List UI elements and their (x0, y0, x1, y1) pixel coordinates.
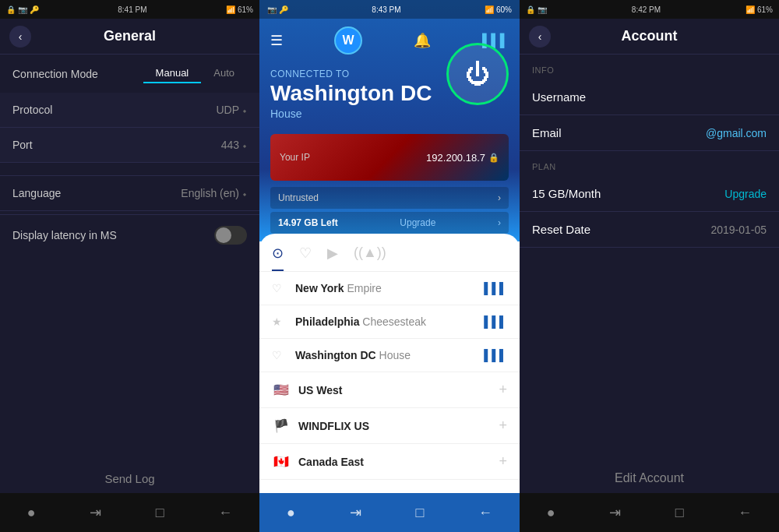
upgrade-label[interactable]: Upgrade (724, 188, 767, 200)
account-title: Account (622, 28, 678, 44)
plan-label: 15 GB/Month (532, 187, 601, 200)
untrusted-bar[interactable]: Untrusted › (270, 187, 509, 209)
port-label: Port (12, 139, 33, 151)
plus-icon-usw: + (499, 382, 507, 398)
untrusted-text: Untrusted (278, 192, 319, 203)
language-row[interactable]: Language English (en) ⬥ (0, 175, 259, 211)
plus-icon-ca: + (499, 453, 507, 470)
back-button-1[interactable]: ‹ (9, 26, 31, 48)
port-row[interactable]: Port 443 ⬥ (0, 128, 259, 163)
city-washington: Washington DC House (295, 349, 411, 361)
protocol-value: UDP ⬥ (216, 104, 247, 116)
vpn-nav-tab[interactable]: ⇥ (350, 504, 361, 521)
server-name-col: New York Empire (295, 281, 484, 295)
tab-favorites[interactable]: ♡ (299, 245, 312, 271)
username-row: Username (520, 79, 779, 115)
gb-bar[interactable]: 14.97 GB Left Upgrade › (270, 212, 509, 234)
vpn-nav-square[interactable]: □ (415, 505, 424, 521)
latency-label: Display latency in MS (12, 229, 117, 241)
vpn-nav-back[interactable]: ← (478, 505, 492, 521)
reset-date-label: Reset Date (532, 223, 590, 236)
reset-date-value: 2019-01-05 (710, 224, 767, 236)
nav-back-tab-1[interactable]: ⇥ (90, 504, 101, 521)
email-row: Email @gmail.com (520, 115, 779, 151)
server-us-west[interactable]: 🇺🇸 US West + (259, 372, 520, 408)
chevron-icon: ⬥ (242, 106, 247, 115)
vpn-status-left: 📷 🔑 (267, 5, 288, 14)
username-label: Username (532, 90, 586, 104)
protocol-label: Protocol (12, 104, 52, 116)
panel-general: 🔒 📷 🔑 8:41 PM 📶 61% ‹ General Connection… (0, 0, 259, 532)
status-right-1: 📶 61% (226, 5, 253, 14)
nav-back-tab-3[interactable]: ⇥ (609, 504, 621, 521)
latency-row: Display latency in MS (0, 214, 259, 255)
vpn-status-time: 8:43 PM (372, 5, 400, 14)
server-list: ⊙ ♡ ▶ ((▲)) ♡ New York Empire ▌▌▌ ★ Phil… (259, 234, 520, 493)
tab-streaming[interactable]: ((▲)) (354, 245, 386, 271)
server-canada[interactable]: 🇨🇦 Canada East + (259, 444, 520, 480)
server-name-col-wf: WINDFLIX US (298, 419, 499, 433)
server-washington[interactable]: ♡ Washington DC House ▌▌▌ (259, 339, 520, 372)
server-windflix[interactable]: 🏴 WINDFLIX US + (259, 408, 520, 444)
status-bar-1: 🔒 📷 🔑 8:41 PM 📶 61% (0, 0, 259, 19)
send-log-button[interactable]: Send Log (104, 472, 154, 485)
plan-section-label: PLAN (520, 151, 779, 176)
nav-home-3[interactable]: ● (547, 505, 555, 521)
plus-icon-wf: + (499, 417, 507, 434)
protocol-row[interactable]: Protocol UDP ⬥ (0, 93, 259, 128)
chevron-icon-3: ⬥ (242, 189, 247, 198)
vpn-nav-home[interactable]: ● (287, 505, 295, 521)
mode-manual[interactable]: Manual (143, 64, 202, 83)
untrusted-arrow-icon: › (498, 192, 501, 203)
connection-mode-label: Connection Mode (12, 68, 98, 80)
bell-icon[interactable]: 🔔 (414, 32, 431, 49)
server-philadelphia[interactable]: ★ Philadelphia Cheesesteak ▌▌▌ (259, 305, 520, 339)
vpn-logo: W (334, 26, 362, 55)
edit-account-button[interactable]: Edit Account (615, 471, 684, 485)
port-value: 443 ⬥ (221, 139, 247, 151)
power-icon: ⏻ (465, 60, 490, 89)
plan-row: 15 GB/Month Upgrade (520, 176, 779, 212)
email-value: @gmail.com (706, 127, 767, 139)
acc-status-time: 8:42 PM (632, 5, 661, 14)
reset-date-row: Reset Date 2019-01-05 (520, 212, 779, 248)
server-tabs: ⊙ ♡ ▶ ((▲)) (259, 234, 520, 272)
mode-auto[interactable]: Auto (201, 64, 247, 83)
tag-empire: Empire (347, 282, 381, 294)
nav-square-3[interactable]: □ (675, 505, 684, 521)
server-name-col-dc: Washington DC House (295, 348, 484, 362)
power-button[interactable]: ⏻ (446, 43, 509, 105)
nav-bar-3: ● ⇥ □ ← (520, 493, 779, 532)
tab-recent[interactable]: ▶ (327, 245, 338, 271)
panel-vpn: 📷 🔑 8:43 PM 📶 60% ☰ W 🔔 ▌▌▌ ⏻ CONNECTED … (259, 0, 520, 532)
gb-left-text: 14.97 GB Left (278, 217, 338, 228)
language-label: Language (12, 187, 61, 199)
nav-arrow-1[interactable]: ← (218, 505, 232, 521)
city-us-west: US West (298, 384, 343, 396)
latency-toggle[interactable] (214, 226, 247, 245)
language-value: English (en) ⬥ (181, 187, 247, 199)
chevron-icon-2: ⬥ (242, 141, 247, 150)
acc-status-left: 🔒 📷 (526, 5, 547, 14)
back-button-3[interactable]: ‹ (529, 26, 551, 48)
nav-square-1[interactable]: □ (156, 505, 164, 521)
tag-house: House (379, 349, 411, 361)
tab-all[interactable]: ⊙ (272, 245, 284, 271)
hamburger-icon[interactable]: ☰ (270, 32, 283, 49)
lock-icon: 🔒 (488, 153, 499, 163)
server-new-york[interactable]: ♡ New York Empire ▌▌▌ (259, 272, 520, 305)
vpn-status-right: 📶 60% (485, 5, 512, 14)
flag-windflix-icon: 🏴 (272, 420, 291, 432)
flag-us-icon: 🇺🇸 (272, 384, 291, 396)
general-header: ‹ General (0, 19, 259, 55)
city-philadelphia: Philadelphia Cheesesteak (295, 315, 426, 328)
acc-status-right: 📶 61% (746, 5, 773, 14)
nav-home-1[interactable]: ● (27, 505, 36, 521)
nav-arrow-3[interactable]: ← (738, 505, 752, 521)
nav-bar-1: ● ⇥ □ ← (0, 493, 259, 532)
upgrade-text: Upgrade (400, 217, 435, 228)
connected-server: House (259, 106, 520, 128)
city-windflix: WINDFLIX US (298, 420, 369, 432)
status-time-1: 8:41 PM (118, 5, 146, 14)
city-canada: Canada East (298, 456, 364, 468)
